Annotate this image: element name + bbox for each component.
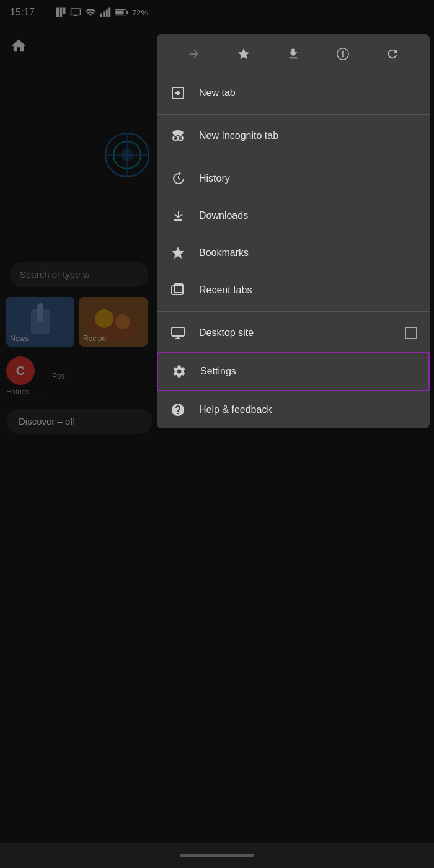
settings-label: Settings — [200, 366, 416, 377]
divider-1 — [157, 114, 430, 115]
settings-icon — [170, 363, 188, 380]
downloads-item[interactable]: Downloads — [157, 197, 430, 234]
history-label: History — [199, 173, 417, 184]
divider-3 — [157, 311, 430, 312]
history-icon — [169, 170, 187, 187]
reload-icon — [386, 47, 399, 61]
new-tab-label: New tab — [199, 87, 417, 99]
download-button[interactable] — [282, 43, 304, 65]
desktop-site-label: Desktop site — [199, 327, 392, 339]
settings-item[interactable]: Settings — [157, 352, 430, 391]
bookmarks-icon — [169, 244, 187, 262]
desktop-icon — [169, 324, 187, 342]
bottom-indicator — [180, 854, 254, 857]
downloads-icon — [169, 207, 187, 224]
help-icon — [169, 401, 187, 418]
downloads-label: Downloads — [199, 210, 417, 221]
help-feedback-item[interactable]: Help & feedback — [157, 391, 430, 428]
svg-rect-33 — [173, 132, 183, 134]
download-icon — [286, 47, 300, 61]
forward-icon — [187, 47, 201, 61]
svg-rect-39 — [172, 327, 184, 336]
recent-tabs-icon — [169, 281, 187, 299]
desktop-site-item[interactable]: Desktop site — [157, 314, 430, 352]
bookmark-star-icon — [237, 47, 250, 61]
reload-button[interactable] — [381, 43, 404, 65]
new-incognito-tab-item[interactable]: New Incognito tab — [157, 117, 430, 154]
new-incognito-tab-label: New Incognito tab — [199, 130, 417, 141]
forward-button[interactable] — [183, 43, 205, 65]
dropdown-menu: New tab New Incognito tab — [157, 34, 430, 428]
new-tab-icon — [169, 84, 187, 102]
recent-tabs-item[interactable]: Recent tabs — [157, 272, 430, 309]
info-button[interactable] — [332, 43, 354, 65]
bookmarks-item[interactable]: Bookmarks — [157, 234, 430, 272]
bookmark-button[interactable] — [232, 43, 255, 65]
new-tab-item[interactable]: New tab — [157, 74, 430, 112]
info-icon — [336, 47, 350, 61]
bottom-bar — [0, 843, 434, 868]
bookmarks-label: Bookmarks — [199, 247, 417, 259]
desktop-site-checkbox[interactable] — [405, 327, 417, 339]
incognito-icon — [169, 127, 187, 144]
history-item[interactable]: History — [157, 160, 430, 197]
divider-2 — [157, 157, 430, 157]
recent-tabs-label: Recent tabs — [199, 285, 417, 296]
help-feedback-label: Help & feedback — [199, 404, 417, 415]
toolbar-row — [157, 34, 430, 74]
